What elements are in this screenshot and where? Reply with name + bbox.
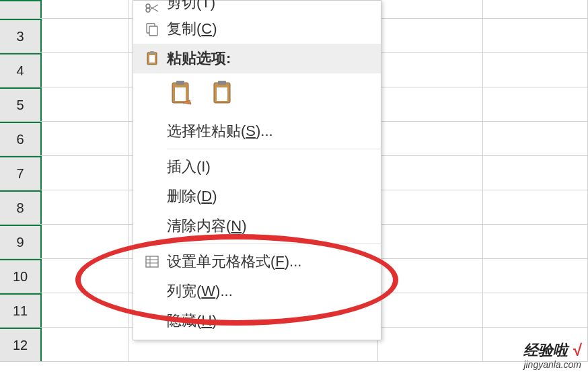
cell[interactable] <box>483 53 588 87</box>
cell[interactable] <box>378 190 483 224</box>
menu-item-hide[interactable]: 隐藏(H) <box>133 306 381 336</box>
context-menu: 剪切(T) 复制(C) 粘贴选项: 选择性粘贴(S)... 插入(I) 删除(D… <box>133 0 381 340</box>
cell[interactable] <box>378 19 483 52</box>
cell[interactable] <box>42 225 129 258</box>
menu-item-paste-special[interactable]: 选择性粘贴(S)... <box>133 116 381 146</box>
menu-label: 设置单元格格式(F)... <box>167 252 374 272</box>
cell[interactable] <box>42 190 129 224</box>
row-header[interactable]: 4 <box>0 53 42 87</box>
format-cells-icon <box>137 254 167 269</box>
scissors-icon <box>137 3 167 13</box>
paste-option-default[interactable] <box>209 79 238 108</box>
row-header[interactable]: 11 <box>0 293 42 327</box>
cell[interactable] <box>42 19 129 52</box>
menu-label: 列宽(W)... <box>167 281 374 301</box>
cell[interactable] <box>378 53 483 87</box>
cell[interactable] <box>42 122 129 155</box>
cell[interactable] <box>42 87 129 121</box>
paste-options-row <box>133 73 381 116</box>
row-header[interactable]: 6 <box>0 122 42 155</box>
menu-item-copy[interactable]: 复制(C) <box>133 14 381 44</box>
cell[interactable] <box>378 259 483 293</box>
cell[interactable] <box>42 0 129 18</box>
row-header[interactable]: 7 <box>0 156 42 190</box>
paste-option-keep-source[interactable] <box>167 79 196 108</box>
cell[interactable] <box>378 293 483 327</box>
cell[interactable] <box>483 190 588 224</box>
svg-rect-5 <box>150 51 154 54</box>
row-header[interactable]: 8 <box>0 190 42 224</box>
menu-item-insert[interactable]: 插入(I) <box>133 152 381 182</box>
svg-rect-6 <box>149 55 155 63</box>
menu-item-paste-options[interactable]: 粘贴选项: <box>133 44 381 73</box>
cell[interactable] <box>42 259 129 293</box>
svg-point-1 <box>146 8 150 12</box>
clipboard-icon <box>137 50 167 67</box>
cell[interactable] <box>378 156 483 190</box>
menu-label: 剪切(T) <box>167 0 374 13</box>
menu-label: 粘贴选项: <box>167 48 374 69</box>
cell[interactable] <box>42 328 129 361</box>
cell[interactable] <box>42 293 129 327</box>
cell[interactable] <box>483 19 588 52</box>
cell[interactable] <box>483 225 588 258</box>
svg-rect-3 <box>149 26 157 36</box>
cell[interactable] <box>483 259 588 293</box>
row-header[interactable]: 9 <box>0 225 42 258</box>
cell[interactable] <box>378 122 483 155</box>
row-header[interactable]: 12 <box>0 328 42 361</box>
svg-rect-12 <box>217 87 227 101</box>
menu-label: 清除内容(N) <box>167 216 374 236</box>
menu-item-cut[interactable]: 剪切(T) <box>133 1 381 14</box>
cell[interactable] <box>378 0 483 18</box>
svg-point-0 <box>146 4 150 8</box>
cell[interactable] <box>483 328 588 361</box>
menu-label: 复制(C) <box>167 19 374 39</box>
svg-rect-9 <box>175 87 186 101</box>
menu-separator <box>167 244 381 244</box>
svg-rect-13 <box>146 256 158 267</box>
cell[interactable] <box>483 293 588 327</box>
cell[interactable] <box>483 87 588 121</box>
row-header[interactable] <box>0 0 42 18</box>
menu-label: 选择性粘贴(S)... <box>167 121 374 141</box>
menu-item-delete[interactable]: 删除(D) <box>133 182 381 211</box>
menu-item-format-cells[interactable]: 设置单元格格式(F)... <box>133 247 381 276</box>
copy-icon <box>137 22 167 36</box>
menu-label: 插入(I) <box>167 157 374 177</box>
menu-item-clear-contents[interactable]: 清除内容(N) <box>133 211 381 241</box>
svg-rect-11 <box>218 81 226 85</box>
cell[interactable] <box>483 0 588 18</box>
cell[interactable] <box>483 156 588 190</box>
menu-label: 隐藏(H) <box>167 311 374 331</box>
svg-rect-8 <box>176 81 184 85</box>
row-header[interactable]: 3 <box>0 19 42 52</box>
menu-item-column-width[interactable]: 列宽(W)... <box>133 276 381 306</box>
cell[interactable] <box>42 156 129 190</box>
row-header[interactable]: 10 <box>0 259 42 293</box>
menu-label: 删除(D) <box>167 186 374 207</box>
menu-separator <box>167 149 381 149</box>
cell[interactable] <box>378 328 483 361</box>
cell[interactable] <box>378 87 483 121</box>
cell[interactable] <box>42 53 129 87</box>
row-header[interactable]: 5 <box>0 87 42 121</box>
cell[interactable] <box>378 225 483 258</box>
cell[interactable] <box>483 122 588 155</box>
